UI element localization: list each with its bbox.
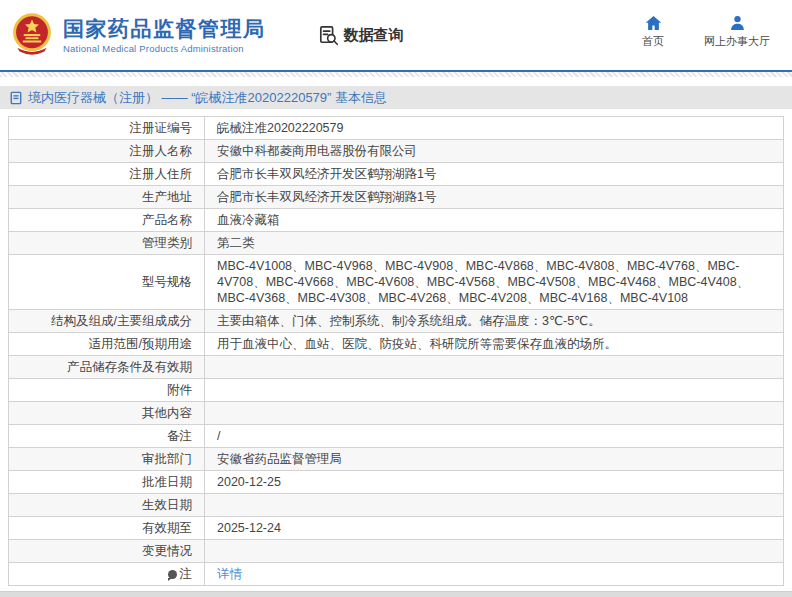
site-title: 国家药品监督管理局: [63, 17, 266, 41]
field-value: 血液冷藏箱: [205, 209, 784, 232]
field-label: 适用范围/预期用途: [9, 333, 205, 356]
table-row: 生产地址合肥市长丰双凤经济开发区鹤翔湖路1号: [9, 186, 784, 209]
table-row: 变更情况: [9, 540, 784, 563]
field-label: 注: [9, 563, 205, 586]
registration-info-table: 注册证编号皖械注准20202220579注册人名称安徽中科都菱商用电器股份有限公…: [8, 116, 784, 586]
field-label: 有效期至: [9, 517, 205, 540]
field-label: 产品储存条件及有效期: [9, 356, 205, 379]
field-label: 生产地址: [9, 186, 205, 209]
field-value: [205, 494, 784, 517]
table-row: 注详情: [9, 563, 784, 586]
table-row: 结构及组成/主要组成成分主要由箱体、门体、控制系统、制冷系统组成。储存温度：3℃…: [9, 310, 784, 333]
registration-info-table-wrap: 注册证编号皖械注准20202220579注册人名称安徽中科都菱商用电器股份有限公…: [8, 116, 784, 586]
field-label: 管理类别: [9, 232, 205, 255]
field-value: /: [205, 425, 784, 448]
field-label: 注册人名称: [9, 140, 205, 163]
field-value: 详情: [205, 563, 784, 586]
table-row: 注册人住所合肥市长丰双凤经济开发区鹤翔湖路1号: [9, 163, 784, 186]
nav-data-query[interactable]: 数据查询: [318, 25, 404, 46]
field-label: 备注: [9, 425, 205, 448]
site-subtitle: National Medical Products Administration: [63, 43, 266, 54]
footer-strip: [0, 591, 792, 597]
table-row: 生效日期: [9, 494, 784, 517]
field-value: [205, 379, 784, 402]
user-icon: [729, 15, 746, 31]
table-row: 批准日期2020-12-25: [9, 471, 784, 494]
field-value: 安徽中科都菱商用电器股份有限公司: [205, 140, 784, 163]
field-label: 其他内容: [9, 402, 205, 425]
field-label: 结构及组成/主要组成成分: [9, 310, 205, 333]
table-row: 审批部门安徽省药品监督管理局: [9, 448, 784, 471]
site-title-block: 国家药品监督管理局 National Medical Products Admi…: [63, 17, 266, 54]
field-label: 审批部门: [9, 448, 205, 471]
nav-home[interactable]: 首页: [642, 15, 664, 49]
field-value: MBC-4V1008、MBC-4V968、MBC-4V908、MBC-4V868…: [205, 255, 784, 310]
field-value: 第二类: [205, 232, 784, 255]
nav-home-label: 首页: [642, 34, 664, 49]
field-value: 用于血液中心、血站、医院、防疫站、科研院所等需要保存血液的场所。: [205, 333, 784, 356]
table-row: 型号规格MBC-4V1008、MBC-4V968、MBC-4V908、MBC-4…: [9, 255, 784, 310]
field-value: 主要由箱体、门体、控制系统、制冷系统组成。储存温度：3℃-5℃。: [205, 310, 784, 333]
field-label: 产品名称: [9, 209, 205, 232]
breadcrumb: 境内医疗器械（注册） —— “皖械注准20202220579” 基本信息: [0, 86, 792, 109]
field-label: 型号规格: [9, 255, 205, 310]
nav-service-hall-label: 网上办事大厅: [704, 34, 770, 49]
table-row: 附件: [9, 379, 784, 402]
nav-data-query-label: 数据查询: [344, 26, 404, 45]
note-icon: [168, 570, 177, 579]
field-label: 注册证编号: [9, 117, 205, 140]
table-row: 管理类别第二类: [9, 232, 784, 255]
field-value: 2020-12-25: [205, 471, 784, 494]
field-value: [205, 540, 784, 563]
table-row: 有效期至2025-12-24: [9, 517, 784, 540]
header-nav: 首页 网上办事大厅: [642, 15, 770, 49]
table-row: 注册人名称安徽中科都菱商用电器股份有限公司: [9, 140, 784, 163]
table-row: 产品名称血液冷藏箱: [9, 209, 784, 232]
field-value: 2025-12-24: [205, 517, 784, 540]
field-label: 批准日期: [9, 471, 205, 494]
data-query-icon: [318, 25, 339, 46]
table-row: 适用范围/预期用途用于血液中心、血站、医院、防疫站、科研院所等需要保存血液的场所…: [9, 333, 784, 356]
home-icon: [645, 15, 662, 31]
table-row: 备注/: [9, 425, 784, 448]
field-label: 附件: [9, 379, 205, 402]
field-value: 合肥市长丰双凤经济开发区鹤翔湖路1号: [205, 163, 784, 186]
site-header: 国家药品监督管理局 National Medical Products Admi…: [0, 0, 792, 70]
breadcrumb-text: 境内医疗器械（注册） —— “皖械注准20202220579” 基本信息: [28, 89, 387, 107]
table-row: 其他内容: [9, 402, 784, 425]
national-emblem-icon: [10, 11, 54, 59]
field-value: 皖械注准20202220579: [205, 117, 784, 140]
hatch-strip: [0, 72, 792, 77]
field-value: 安徽省药品监督管理局: [205, 448, 784, 471]
field-value: 合肥市长丰双凤经济开发区鹤翔湖路1号: [205, 186, 784, 209]
field-label: 变更情况: [9, 540, 205, 563]
document-icon: [10, 91, 22, 105]
nav-service-hall[interactable]: 网上办事大厅: [704, 15, 770, 49]
detail-link[interactable]: 详情: [217, 567, 242, 581]
field-value: [205, 356, 784, 379]
field-value: [205, 402, 784, 425]
field-label: 生效日期: [9, 494, 205, 517]
field-label: 注册人住所: [9, 163, 205, 186]
table-row: 注册证编号皖械注准20202220579: [9, 117, 784, 140]
table-row: 产品储存条件及有效期: [9, 356, 784, 379]
site-logo[interactable]: 国家药品监督管理局 National Medical Products Admi…: [10, 11, 266, 59]
